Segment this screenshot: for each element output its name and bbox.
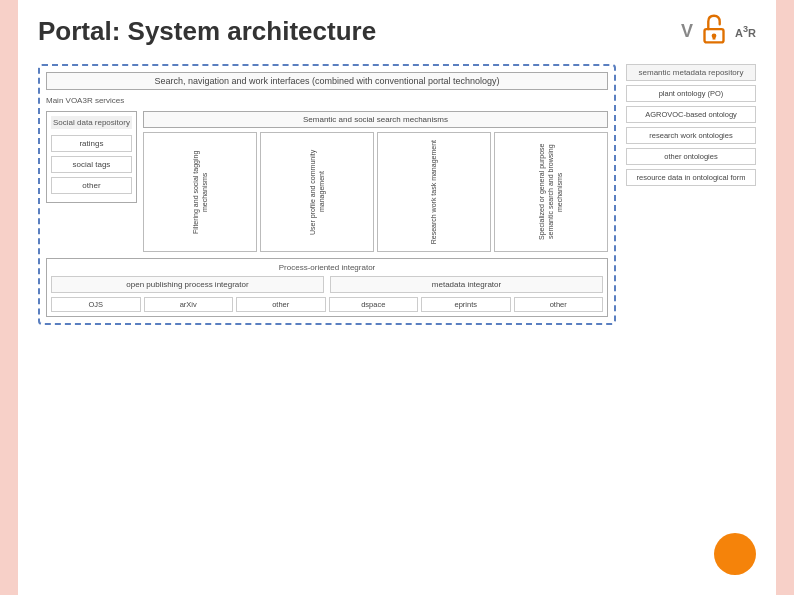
specialized-box: Specialized or general purpose semantic … (494, 132, 608, 252)
semantic-label: Semantic and social search mechanisms (143, 111, 608, 128)
main-content: Portal: System architecture V A3R (18, 0, 776, 595)
eprints-box: eprints (421, 297, 511, 312)
user-profile-text: User profile and community management (308, 136, 326, 248)
page-title: Portal: System architecture (38, 16, 376, 47)
right-section: semantic metadata repository plant ontol… (626, 64, 756, 190)
ratings-box: ratings (51, 135, 132, 152)
other-ontologies-box: other ontologies (626, 148, 756, 165)
main-voa3r-label: Main VOA3R services (46, 96, 608, 105)
logo-v-text: V (681, 21, 693, 42)
filtering-box: Filtering and social tagging mechanisms (143, 132, 257, 252)
architecture-diagram: Search, navigation and work interfaces (… (38, 64, 756, 325)
open-publishing-box: open publishing process integrator (51, 276, 324, 293)
filtering-text: Filtering and social tagging mechanisms (191, 136, 209, 248)
agrovoc-box: AGROVOC-based ontology (626, 106, 756, 123)
research-work-text: Research work task management (429, 140, 438, 244)
plant-ontology-box: plant ontology (PO) (626, 85, 756, 102)
social-data-repo: Social data repository ratings social ta… (46, 111, 137, 203)
integration-row: OJS arXiv other dspace eprints other (51, 297, 603, 312)
left-decorative-bar (0, 0, 18, 595)
dspace-box: dspace (329, 297, 419, 312)
semantic-section: Semantic and social search mechanisms Fi… (143, 111, 608, 252)
social-tags-box: social tags (51, 156, 132, 173)
semantic-meta-label: semantic metadata repository (626, 64, 756, 81)
other-box-1: other (236, 297, 326, 312)
voa3r-logo: V A3R (681, 12, 756, 50)
ojs-box: OJS (51, 297, 141, 312)
orange-circle-decoration (714, 533, 756, 575)
resource-data-box: resource data in ontological form (626, 169, 756, 186)
metadata-integrator-box: metadata integrator (330, 276, 603, 293)
header: Portal: System architecture V A3R (38, 12, 756, 50)
vertical-boxes: Filtering and social tagging mechanisms … (143, 132, 608, 252)
arxiv-box: arXiv (144, 297, 234, 312)
user-profile-box: User profile and community management (260, 132, 374, 252)
right-decorative-bar (776, 0, 794, 595)
left-section: Search, navigation and work interfaces (… (38, 64, 616, 325)
research-work-ontologies-box: research work ontologies (626, 127, 756, 144)
process-label: Process-oriented integrator (51, 263, 603, 272)
research-work-box: Research work task management (377, 132, 491, 252)
specialized-text: Specialized or general purpose semantic … (537, 136, 564, 248)
other-box: other (51, 177, 132, 194)
open-access-icon (695, 12, 733, 50)
social-data-label: Social data repository (51, 116, 132, 129)
portal-bar-label: Search, navigation and work interfaces (… (46, 72, 608, 90)
svg-rect-2 (713, 36, 716, 40)
process-row: open publishing process integrator metad… (51, 276, 603, 293)
other-box-2: other (514, 297, 604, 312)
inner-content: Social data repository ratings social ta… (46, 111, 608, 252)
process-section: Process-oriented integrator open publish… (46, 258, 608, 317)
logo-a3r-text: A3R (735, 24, 756, 39)
